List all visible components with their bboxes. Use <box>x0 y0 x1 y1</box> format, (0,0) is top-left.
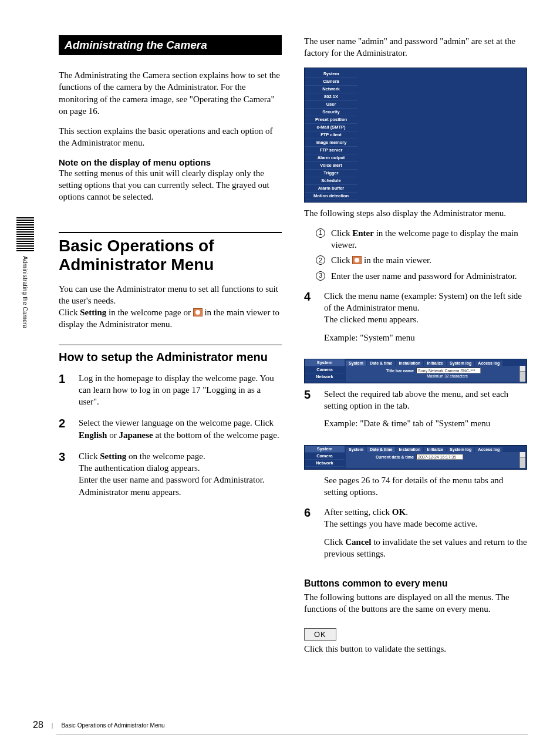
admin-menu-item: User <box>305 101 357 109</box>
left-column: Administrating the Camera The Administra… <box>59 35 282 663</box>
admin-menu-item: Camera <box>305 78 357 86</box>
buttons-body: The following buttons are displayed on a… <box>304 591 527 615</box>
footer-rule <box>56 734 528 735</box>
admin-menu-item: Alarm buffer <box>305 185 357 193</box>
circle-2-icon: 2 <box>316 255 325 265</box>
sub-step-2: 2 Click in the main viewer. <box>316 254 527 266</box>
admin-menu-item: Network <box>305 86 357 93</box>
step-5-detail: See pages 26 to 74 for details of the me… <box>324 474 527 498</box>
step-num: 2 <box>59 417 69 441</box>
admin-menu-item: Voice alert <box>305 162 357 170</box>
circle-1-icon: 1 <box>316 228 325 238</box>
side-tab-label: Administrating the Camera <box>22 256 28 328</box>
side-tab-bars <box>16 217 34 252</box>
right-top: The user name "admin" and password "admi… <box>304 35 527 59</box>
page-number: 28 <box>33 720 43 730</box>
page-footer: 28 | Basic Operations of Administrator M… <box>33 720 165 730</box>
note-body: The setting menus of this unit will clea… <box>59 167 282 203</box>
scrollbar-icon <box>519 366 525 382</box>
step-2: 2Select the viewer language on the welco… <box>59 417 282 441</box>
tool-icon <box>352 256 362 264</box>
circle-3-icon: 3 <box>316 271 325 281</box>
admin-menu-item: Security <box>305 109 357 116</box>
system-menu-screenshot: SystemCameraNetwork SystemDate & timeIns… <box>304 359 527 383</box>
step-4-num: 4 <box>304 290 315 349</box>
step-3: 3Click Setting on the welcome page.The a… <box>59 450 282 498</box>
side-tab: Administrating the Camera <box>16 217 36 370</box>
main-intro-b1: Click <box>59 308 80 317</box>
admin-menu-item: Motion detection <box>305 193 357 200</box>
datetime-menu-screenshot: SystemCameraNetwork SystemDate & timeIns… <box>304 445 527 470</box>
sub-step-1: 1 Click Enter in the welcome page to dis… <box>316 227 527 251</box>
after-shot: The following steps also display the Adm… <box>304 207 527 219</box>
footer-text: Basic Operations of Administrator Menu <box>61 722 164 729</box>
step-num: 1 <box>59 372 69 408</box>
right-column: The user name "admin" and password "admi… <box>304 35 527 663</box>
admin-menu-item: Schedule <box>305 177 357 185</box>
step-5-example: Example: "Date & time" tab of "System" m… <box>324 417 527 429</box>
sub-step-3: 3 Enter the user name and password for A… <box>316 270 527 282</box>
buttons-heading: Buttons common to every menu <box>304 578 527 589</box>
intro-2: This section explains the basic operatio… <box>59 125 282 149</box>
admin-menu-blank <box>357 68 527 202</box>
admin-menu-item: Preset position <box>305 116 357 124</box>
admin-menu-item: Alarm output <box>305 154 357 162</box>
step-6-num: 6 <box>304 506 315 565</box>
step-4: 4 Click the menu name (example: System) … <box>304 290 527 349</box>
step-num: 3 <box>59 450 69 498</box>
setting-bold: Setting <box>80 308 106 317</box>
ok-button[interactable]: OK <box>304 628 336 641</box>
admin-menu-item: FTP client <box>305 132 357 139</box>
intro-1: The Administrating the Camera section ex… <box>59 69 282 117</box>
step-5-num: 5 <box>304 388 315 436</box>
step-4-example: Example: "System" menu <box>324 332 527 343</box>
admin-menu-item: Trigger <box>305 170 357 177</box>
main-intro-b2: in the welcome page or <box>106 308 193 317</box>
ok-desc: Click this button to validate the settin… <box>304 643 527 655</box>
main-intro: You can use the Administrator menu to se… <box>59 283 282 331</box>
step-5: 5 Select the required tab above the menu… <box>304 388 527 436</box>
step-6: 6 After setting, click OK.The settings y… <box>304 506 527 565</box>
admin-menu-screenshot: SystemCameraNetwork802.1XUserSecurityPre… <box>304 68 527 203</box>
thin-rule <box>59 345 282 345</box>
section-header: Administrating the Camera <box>59 35 282 55</box>
admin-menu-list: SystemCameraNetwork802.1XUserSecurityPre… <box>305 68 357 202</box>
admin-menu-item: 802.1X <box>305 93 357 101</box>
step-1: 1Log in the homepage to display the welc… <box>59 372 282 408</box>
main-title: Basic Operations of Administrator Menu <box>59 237 282 274</box>
admin-menu-item: System <box>305 70 357 78</box>
note-heading: Note on the display of menu options <box>59 157 282 167</box>
admin-menu-item: FTP server <box>305 147 357 154</box>
tool-icon <box>193 308 203 316</box>
sub-title: How to setup the Administrator menu <box>59 350 282 364</box>
main-intro-a: You can use the Administrator menu to se… <box>59 284 278 305</box>
scrollbar-icon <box>519 452 525 468</box>
admin-menu-item: Image memory <box>305 139 357 147</box>
heavy-rule <box>59 232 282 233</box>
admin-menu-item: e-Mail (SMTP) <box>305 124 357 132</box>
